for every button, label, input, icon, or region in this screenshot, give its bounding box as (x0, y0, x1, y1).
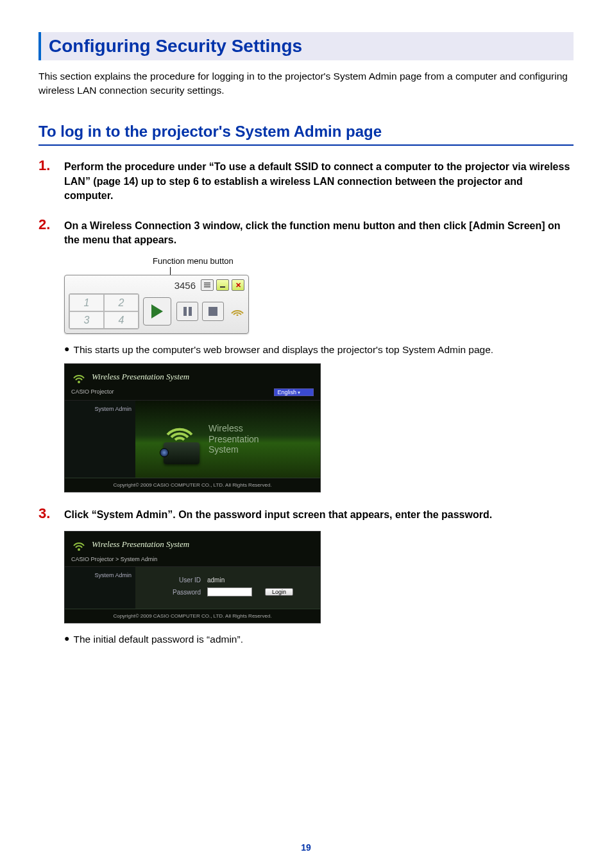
svg-point-4 (237, 315, 239, 317)
svg-point-5 (78, 381, 80, 383)
bullet-after-step2: ● This starts up the computer's web brow… (64, 343, 574, 357)
stop-button[interactable] (202, 302, 224, 321)
stop-icon (208, 307, 217, 316)
banner-line2: Presentation (208, 434, 259, 445)
user-id-value: admin (207, 577, 225, 584)
callout-leader-line (170, 267, 171, 275)
figure-system-admin-login: Wireless Presentation System CASIO Proje… (64, 531, 574, 623)
bullet-icon: ● (64, 343, 69, 356)
projector-lens (160, 448, 169, 457)
wc3-titlebar: 3456 ✕ (69, 278, 244, 293)
sa-footer-copyright: Copyright© 2009 CASIO COMPUTER CO., LTD.… (65, 478, 320, 492)
sidebar-item-system-admin[interactable]: System Admin (69, 572, 132, 578)
banner-line1: Wireless (208, 423, 259, 434)
projector-image (142, 412, 203, 467)
step-number: 3. (38, 505, 50, 522)
quad-3[interactable]: 3 (69, 311, 104, 329)
step-number: 1. (38, 157, 50, 174)
step-text: On a Wireless Connection 3 window, click… (64, 219, 574, 248)
step-2: 2. On a Wireless Connection 3 window, cl… (64, 219, 574, 492)
section-heading: Configuring Security Settings (49, 36, 567, 56)
svg-rect-3 (220, 286, 225, 288)
sa-footer-copyright: Copyright© 2009 CASIO COMPUTER CO., LTD.… (65, 609, 320, 623)
quad-2[interactable]: 2 (104, 294, 139, 311)
banner-line3: System (208, 444, 259, 455)
login-button[interactable]: Login (265, 588, 293, 596)
step-text: Perform the procedure under “To use a de… (64, 160, 574, 203)
figure-system-admin-top: Wireless Presentation System CASIO Proje… (64, 363, 574, 492)
sa-login-form: User ID admin Password Login (135, 567, 320, 609)
wifi-waves-icon (165, 415, 194, 441)
password-input[interactable] (207, 587, 252, 596)
sidebar-item-system-admin[interactable]: System Admin (69, 406, 132, 412)
user-id-label: User ID (165, 577, 201, 584)
step-1: 1. Perform the procedure under “To use a… (64, 160, 574, 203)
bullet-text: The initial default password is “admin”. (73, 632, 242, 647)
sa-sidebar: System Admin (65, 401, 135, 478)
figure-wc3-window: 3456 ✕ 1 2 (64, 275, 574, 334)
breadcrumb: CASIO Projector (71, 388, 114, 396)
quad-1[interactable]: 1 (69, 294, 104, 311)
minimize-button[interactable] (216, 279, 229, 291)
wifi-status-icon (230, 304, 244, 318)
quad-4[interactable]: 4 (104, 311, 139, 329)
step-3: 3. Click “System Admin”. On the password… (64, 508, 574, 647)
callout-label: Function menu button (153, 256, 234, 266)
svg-rect-1 (204, 284, 210, 286)
close-icon: ✕ (235, 281, 241, 290)
subsection-heading: To log in to the projector's System Admi… (38, 123, 574, 146)
minimize-icon (219, 282, 226, 288)
list-icon (203, 281, 211, 289)
pause-icon (183, 307, 192, 316)
language-label: English (277, 389, 296, 395)
sa-main-banner: Wireless Presentation System (135, 401, 320, 478)
play-icon (151, 304, 163, 318)
pause-button[interactable] (176, 302, 198, 321)
page-number: 19 (0, 842, 612, 853)
callout-function-menu: Function menu button (64, 256, 574, 273)
sa-window-login: Wireless Presentation System CASIO Proje… (64, 531, 321, 623)
sa-window: Wireless Presentation System CASIO Proje… (64, 363, 321, 492)
step-text: Click “System Admin”. On the password in… (64, 508, 574, 522)
wc3-quadrant-selector[interactable]: 1 2 3 4 (69, 293, 139, 329)
wifi-logo-icon (71, 537, 87, 552)
play-button[interactable] (143, 297, 171, 326)
bullet-text: This starts up the computer's web browse… (73, 343, 493, 357)
sa-title: Wireless Presentation System (92, 539, 189, 550)
sa-title: Wireless Presentation System (92, 372, 189, 382)
chevron-down-icon: ▾ (298, 390, 300, 395)
svg-rect-2 (204, 286, 210, 288)
wc3-window: 3456 ✕ 1 2 (64, 275, 249, 334)
intro-text: This section explains the procedure for … (38, 69, 574, 97)
svg-point-6 (78, 548, 80, 551)
section-heading-box: Configuring Security Settings (38, 32, 574, 60)
wifi-logo-icon (71, 369, 87, 385)
banner-text: Wireless Presentation System (208, 423, 259, 455)
language-selector[interactable]: English▾ (274, 388, 314, 396)
function-menu-button[interactable] (201, 279, 214, 291)
bullet-after-step3: ● The initial default password is “admin… (64, 632, 574, 647)
close-button[interactable]: ✕ (232, 279, 244, 291)
breadcrumb: CASIO Projector > System Admin (71, 556, 157, 562)
bullet-icon: ● (64, 632, 69, 645)
projector-body (164, 442, 200, 464)
sa-sidebar: System Admin (65, 567, 135, 609)
wc3-code-number: 3456 (174, 280, 196, 291)
svg-rect-0 (204, 282, 210, 284)
password-label: Password (165, 589, 201, 596)
step-number: 2. (38, 216, 50, 233)
